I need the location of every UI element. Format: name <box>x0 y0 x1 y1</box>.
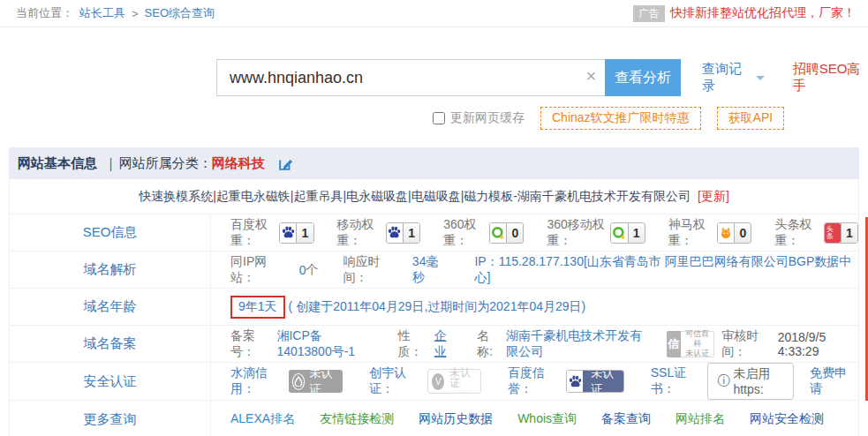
icp-company-name[interactable]: 湖南千豪机电技术开发有限公司 <box>506 328 643 360</box>
update-title-link[interactable]: [更新] <box>698 189 729 205</box>
shenma-weight[interactable]: 神马权重： 0 <box>668 217 752 249</box>
weight-value: 1 <box>404 223 419 243</box>
breadcrumb-link-webmaster-tools[interactable]: 站长工具 <box>79 5 125 21</box>
panel-title-separator: ｜ <box>104 155 117 172</box>
weight-name: 头条权重： <box>774 217 818 249</box>
weight-name: 神马权重： <box>668 217 712 249</box>
icp-number-label: 备案号： <box>230 328 269 360</box>
weight-value: 0 <box>507 223 523 243</box>
link-icp-query[interactable]: 备案查询 <box>601 411 651 427</box>
site-title-row: 快速换模系统|起重电永磁铁|起重吊具|电永磁吸盘|电磁吸盘|磁力模板-湖南千豪机… <box>10 179 858 214</box>
shenma-icon <box>718 223 735 243</box>
weight-name: 百度权重： <box>230 217 274 249</box>
analyze-button[interactable]: 查看分析 <box>605 59 681 96</box>
ssl-label: SSL证书： <box>651 365 698 397</box>
baidu-reputation-status: 未认证 <box>583 371 623 392</box>
ssl-apply-link[interactable]: 免费申请 <box>810 365 848 397</box>
dns-row: 域名解析 同IP网站： 0 个 响应时间： 34毫秒 IP：115.28.177… <box>10 252 858 289</box>
edit-category-icon[interactable] <box>277 155 294 172</box>
top-ad[interactable]: 广告 快排新排整站优化招代理，厂家！ <box>633 5 856 22</box>
refresh-cache-option[interactable]: 更新网页缓存 <box>433 110 525 126</box>
query-history-link[interactable]: 查询记录 <box>702 61 765 94</box>
360-ring-icon <box>611 223 628 243</box>
shuidi-label: 水滴信用： <box>230 365 278 397</box>
seo-info-label[interactable]: SEO信息 <box>83 224 138 241</box>
category-label: 网站所属分类： <box>119 155 212 172</box>
domain-age-row: 域名年龄 9年1天 ( 创建于2011年04月29日,过期时间为2021年04月… <box>10 289 858 326</box>
breadcrumb-bar: 当前位置： 站长工具 > SEO综合查询 广告 快排新排整站优化招代理，厂家！ <box>0 0 868 27</box>
same-ip-unit: 个 <box>306 262 318 278</box>
breadcrumb-prefix: 当前位置： <box>16 5 73 21</box>
link-alexa-rank[interactable]: ALEXA排名 <box>230 411 295 427</box>
search-input[interactable] <box>216 59 605 96</box>
icp-nature-label: 性质： <box>397 328 426 360</box>
security-label[interactable]: 安全认证 <box>84 373 137 390</box>
baidu-paw-icon <box>387 223 404 243</box>
breadcrumb-separator: > <box>132 7 139 20</box>
icp-name-label: 名称: <box>477 328 499 360</box>
weight-name: 360移动权重： <box>547 217 605 249</box>
link-whois-query[interactable]: Whois查询 <box>517 411 577 427</box>
refresh-cache-label: 更新网页缓存 <box>450 110 525 126</box>
panel-body: 快速换模系统|起重电永磁铁|起重吊具|电永磁吸盘|电磁吸盘|磁力模板-湖南千豪机… <box>9 179 859 436</box>
ip-address-value[interactable]: IP：115.28.177.130[山东省青岛市 阿里巴巴网络有限公司BGP数据… <box>474 254 858 286</box>
dns-label[interactable]: 域名解析 <box>84 261 137 278</box>
get-api-button[interactable]: 获取API <box>717 107 785 130</box>
360-mobile-weight[interactable]: 360移动权重： 1 <box>547 217 645 249</box>
baidu-reputation-badge[interactable]: 未认证 <box>566 370 624 393</box>
icp-label[interactable]: 域名备案 <box>84 335 137 352</box>
domain-age-label[interactable]: 域名年龄 <box>84 298 137 315</box>
ad-link[interactable]: 快排新排整站优化招代理，厂家！ <box>670 5 856 21</box>
more-queries-row: 更多查询 ALEXA排名 友情链接检测 网站历史数据 Whois查询 备案查询 … <box>10 401 858 436</box>
trust-icon: 信 <box>667 331 682 357</box>
chuangyu-label: 创宇认证： <box>369 365 417 397</box>
info-icon: ⓘ <box>717 373 729 389</box>
link-friend-links-check[interactable]: 友情链接检测 <box>320 411 394 427</box>
weight-value: 1 <box>297 223 313 243</box>
toutiao-icon: 头条 <box>825 223 842 243</box>
icp-number-value[interactable]: 湘ICP备14013800号-1 <box>276 328 374 360</box>
ssl-status-box[interactable]: ⓘ 未启用 https: <box>707 363 793 400</box>
hire-seo-link[interactable]: 招聘SEO高手 <box>793 61 868 94</box>
weight-value: 1 <box>629 223 645 243</box>
domain-age-value: 9年1天 <box>230 296 285 319</box>
trust-baike-badge[interactable]: 信 可信百科 未认证 <box>667 331 715 357</box>
search-box: × <box>216 59 605 96</box>
more-queries-label[interactable]: 更多查询 <box>84 411 137 428</box>
chuangyu-v-icon: V <box>432 373 444 390</box>
refresh-cache-checkbox[interactable] <box>433 112 445 124</box>
clear-icon[interactable]: × <box>586 66 597 86</box>
link-site-rank[interactable]: 网站排名 <box>676 411 725 427</box>
trust-line1: 可信百科 <box>685 329 709 349</box>
chuangyu-status: 未认证 <box>449 367 473 388</box>
panel-header: 网站基本信息 ｜ 网站所属分类： 网络科技 <box>9 147 859 179</box>
site-info-panel: 网站基本信息 ｜ 网站所属分类： 网络科技 快速换模系统|起重电永磁铁|起重吊具… <box>9 147 859 436</box>
seo-query-page: 当前位置： 站长工具 > SEO综合查询 广告 快排新排整站优化招代理，厂家！ … <box>0 0 868 436</box>
water-drop-icon <box>292 373 306 390</box>
panel-title: 网站基本信息 <box>18 155 97 172</box>
360-weight[interactable]: 360权重： 0 <box>443 217 524 249</box>
chevron-down-icon <box>756 76 765 80</box>
response-time-label: 响应时间： <box>343 254 403 286</box>
audit-time-label: 审核时间： <box>721 328 770 360</box>
link-site-security-check[interactable]: 网站安全检测 <box>750 411 824 427</box>
weight-value: 1 <box>842 223 857 243</box>
chuangyu-stars: - · · · · - <box>451 389 472 395</box>
toutiao-weight[interactable]: 头条权重： 头条 1 <box>774 217 858 249</box>
chuangyu-badge[interactable]: V 未认证 - · · · · - <box>427 369 481 394</box>
response-time-value[interactable]: 34毫秒 <box>412 254 450 286</box>
icp-nature-value[interactable]: 企业 <box>434 328 454 360</box>
breadcrumb-link-seo-query[interactable]: SEO综合查询 <box>145 5 215 21</box>
category-value-link[interactable]: 网络科技 <box>212 155 265 172</box>
link-site-history[interactable]: 网站历史数据 <box>419 411 493 427</box>
baidu-weight[interactable]: 百度权重： 1 <box>230 217 314 249</box>
weight-name: 移动权重： <box>337 217 381 249</box>
mobile-weight[interactable]: 移动权重： 1 <box>337 217 421 249</box>
promo-button[interactable]: Chinaz软文推广限时特惠 <box>540 107 701 130</box>
icp-row: 域名备案 备案号： 湘ICP备14013800号-1 性质： 企业 名称: 湖南… <box>10 326 858 363</box>
shuidi-badge[interactable]: 未认证 <box>289 370 343 393</box>
baidu-paw-icon <box>280 223 297 243</box>
ad-label-badge: 广告 <box>633 5 665 22</box>
query-history-label: 查询记录 <box>702 61 751 94</box>
baidu-paw-icon <box>567 371 583 392</box>
